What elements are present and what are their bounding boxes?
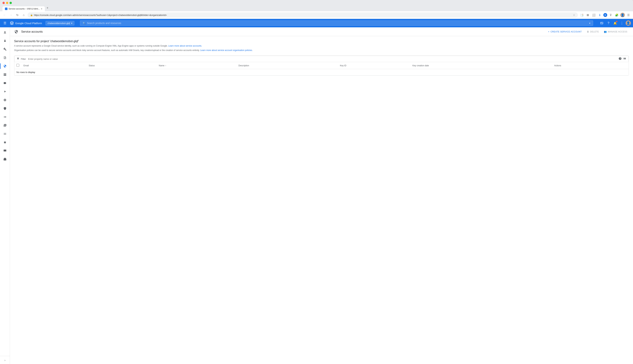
- sidebar-item-identity[interactable]: [0, 36, 10, 45]
- key-creation-date-column-header[interactable]: Key creation date: [410, 62, 552, 69]
- back-button[interactable]: ←: [2, 12, 7, 18]
- table-container: Filter: [14, 56, 629, 76]
- minimize-button[interactable]: [6, 2, 8, 4]
- svg-rect-4: [5, 73, 6, 74]
- sidebar-item-certificate[interactable]: [0, 138, 10, 146]
- search-input[interactable]: [87, 22, 588, 24]
- gcp-logo[interactable]: Google Cloud Platform: [10, 21, 42, 25]
- sidebar-item-workload[interactable]: [0, 70, 10, 79]
- sidebar-item-pipeline[interactable]: [0, 87, 10, 96]
- sidebar-item-org-policies[interactable]: [0, 104, 10, 113]
- labels-icon: [3, 82, 7, 85]
- filter-input[interactable]: [28, 58, 618, 60]
- sidebar-item-labels[interactable]: [0, 79, 10, 87]
- manage-access-button[interactable]: 👥 MANAGE ACCESS: [602, 29, 629, 34]
- learn-more-org-policies-link[interactable]: Learn more about service account organis…: [200, 49, 253, 52]
- description-column-header[interactable]: Description: [236, 62, 338, 69]
- create-service-account-button[interactable]: + CREATE SERVICE ACCOUNT: [546, 29, 584, 34]
- tab-close-button[interactable]: ×: [41, 8, 42, 10]
- gcp-content: Service accounts + CREATE SERVICE ACCOUN…: [10, 27, 633, 364]
- sidebar-item-service-config[interactable]: [0, 130, 10, 138]
- tab-favicon: G: [5, 8, 8, 10]
- sidebar-item-iam[interactable]: [0, 28, 10, 36]
- assets-icon: [3, 124, 7, 127]
- reader-icon[interactable]: 𝌆: [585, 12, 590, 18]
- cloud-shell-button[interactable]: [599, 20, 605, 26]
- sidebar-item-settings[interactable]: [0, 96, 10, 104]
- home-button[interactable]: ⌂: [21, 12, 26, 18]
- notifications-button[interactable]: 🔔 1: [612, 20, 618, 26]
- actions-column-header: Actions: [552, 62, 628, 69]
- extension-icon-green[interactable]: G: [603, 13, 607, 17]
- page-header-icon: [14, 29, 19, 34]
- manage-icon: 👥: [604, 30, 607, 33]
- manage-label: MANAGE ACCESS: [608, 30, 627, 33]
- gcp-sidebar: ›: [0, 27, 10, 364]
- sidebar-item-resource-manager[interactable]: [0, 155, 10, 164]
- email-column-header[interactable]: Email: [21, 62, 87, 69]
- browser-tab[interactable]: G Service accounts – IAM & Admi... ×: [3, 6, 45, 11]
- pip-icon[interactable]: ⬜: [591, 12, 596, 18]
- forward-button[interactable]: →: [9, 12, 14, 18]
- columns-button[interactable]: [623, 57, 626, 61]
- search-bar[interactable]: 🔍 ▾: [80, 20, 593, 26]
- section-description-1: A service account represents a Google Cl…: [14, 44, 629, 48]
- filter-icon[interactable]: ⊽: [608, 12, 613, 18]
- hamburger-menu-button[interactable]: ☰: [2, 20, 8, 26]
- sidebar-item-audit[interactable]: [0, 54, 10, 62]
- lock-icon: 🔒: [30, 14, 33, 16]
- help-button[interactable]: ?: [605, 20, 611, 26]
- org-policies-icon: [3, 107, 7, 110]
- settings-icon: [3, 98, 7, 102]
- url-bar[interactable]: 🔒 https://console.cloud.google.com/iam-a…: [28, 12, 578, 18]
- svg-text:G: G: [6, 8, 7, 10]
- consent-icon: [3, 149, 7, 152]
- create-label: CREATE SERVICE ACCOUNT: [550, 30, 582, 33]
- refresh-button[interactable]: ↻: [15, 12, 20, 18]
- service-config-icon: [3, 132, 7, 136]
- cloud-shell-icon: [600, 22, 603, 25]
- filter-help-icon[interactable]: [618, 57, 622, 61]
- firefox-sync-icon[interactable]: ℹ: [597, 12, 602, 18]
- keyid-column-header[interactable]: Key ID: [338, 62, 410, 69]
- service-accounts-table: Email Status Name ↑: [14, 62, 628, 76]
- menu-button[interactable]: ☰: [626, 12, 631, 18]
- svg-point-2: [5, 40, 6, 41]
- service-accounts-header-icon: [14, 30, 18, 34]
- select-all-checkbox[interactable]: [17, 64, 19, 67]
- sidebar-expand: ›: [0, 356, 10, 364]
- certificate-icon: [3, 141, 7, 144]
- learn-more-service-accounts-link[interactable]: Learn more about service accounts.: [168, 44, 202, 47]
- pipeline-icon: [3, 90, 7, 93]
- pocket-icon[interactable]: 📑: [579, 12, 584, 18]
- sidebar-item-service-accounts[interactable]: [0, 62, 10, 70]
- sidebar-item-tools[interactable]: [0, 45, 10, 54]
- no-rows-row: No rows to display: [14, 69, 628, 76]
- profile-avatar[interactable]: 👤: [620, 13, 625, 17]
- filter-icon: [17, 57, 20, 61]
- sidebar-item-consent[interactable]: [0, 146, 10, 155]
- topnav-profile-avatar[interactable]: 👤: [625, 20, 631, 26]
- nav-right-icons: 📑 𝌆 ⬜ ℹ G ⊽ 🧩 👤 ☰: [579, 12, 631, 18]
- topnav-right-icons: ? 🔔 1 ⋮ 👤: [599, 20, 631, 26]
- search-dropdown-arrow: ▾: [589, 22, 590, 24]
- sidebar-item-assets[interactable]: [0, 121, 10, 130]
- header-actions: + CREATE SERVICE ACCOUNT 🗑 DELETE 👥 MANA…: [546, 29, 629, 34]
- sidebar-item-quotas[interactable]: [0, 113, 10, 121]
- status-column-header[interactable]: Status: [87, 62, 157, 69]
- select-all-header[interactable]: [14, 62, 21, 69]
- gcp-logo-icon: [10, 21, 14, 25]
- sidebar-expand-button[interactable]: ›: [0, 356, 10, 364]
- content-body: Service accounts for project 'chatwootde…: [10, 36, 633, 79]
- extensions-icon[interactable]: 🧩: [614, 12, 619, 18]
- name-column-header[interactable]: Name ↑: [157, 62, 236, 69]
- new-tab-button[interactable]: +: [45, 6, 50, 10]
- close-button[interactable]: [3, 2, 5, 4]
- delete-icon: 🗑: [587, 30, 589, 33]
- maximize-button[interactable]: [10, 2, 12, 4]
- project-selector[interactable]: chatwootdemobot-glqf ▾: [46, 21, 74, 26]
- more-options-button[interactable]: ⋮: [619, 20, 625, 26]
- delete-button[interactable]: 🗑 DELETE: [585, 29, 601, 34]
- project-dropdown-arrow: ▾: [71, 22, 72, 24]
- identity-icon: [3, 39, 7, 42]
